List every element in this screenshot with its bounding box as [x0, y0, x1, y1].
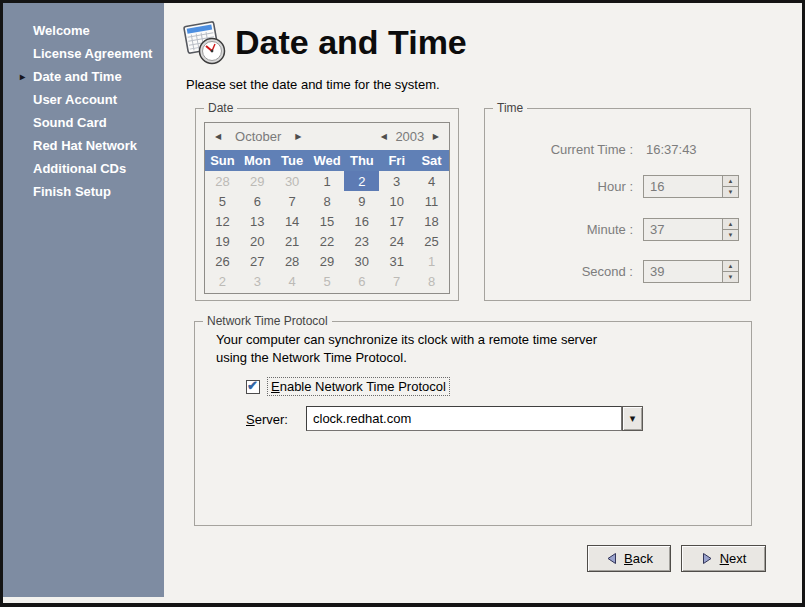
calendar-day[interactable]: 21: [275, 231, 310, 251]
calendar-day[interactable]: 17: [379, 211, 414, 231]
sidebar-item-license-agreement: License Agreement: [3, 42, 164, 65]
server-label: Server:: [246, 412, 288, 427]
calendar-day[interactable]: 23: [344, 231, 379, 251]
calendar-day[interactable]: 12: [205, 211, 240, 231]
month-next-icon[interactable]: ▶: [291, 132, 305, 141]
sidebar: Welcome License Agreement ▸Date and Time…: [3, 3, 164, 597]
day-header: Wed: [310, 150, 345, 171]
calendar-day[interactable]: 8: [414, 271, 449, 291]
calendar-day[interactable]: 26: [205, 251, 240, 271]
second-value[interactable]: 39: [644, 261, 722, 282]
ntp-group: Network Time Protocol Your computer can …: [194, 321, 752, 526]
calendar-day[interactable]: 3: [240, 271, 275, 291]
calendar-day-headers: Sun Mon Tue Wed Thu Fri Sat: [205, 150, 449, 171]
calendar-day[interactable]: 19: [205, 231, 240, 251]
next-button[interactable]: Next: [681, 545, 766, 572]
ntp-group-label: Network Time Protocol: [203, 314, 332, 328]
minute-spin-buttons: ▲ ▼: [722, 219, 738, 240]
sidebar-item-user-account: User Account: [3, 88, 164, 111]
calendar-day[interactable]: 7: [275, 191, 310, 211]
calendar-day[interactable]: 2: [205, 271, 240, 291]
sidebar-item-red-hat-network: Red Hat Network: [3, 134, 164, 157]
spin-up-icon[interactable]: ▲: [723, 176, 738, 187]
checkmark-icon: ✔: [247, 378, 258, 393]
sidebar-item-finish-setup: Finish Setup: [3, 180, 164, 203]
sidebar-item-label: License Agreement: [33, 46, 152, 61]
hour-spinner[interactable]: 16 ▲ ▼: [643, 175, 739, 198]
year-prev-icon[interactable]: ◀: [377, 132, 391, 141]
calendar-day[interactable]: 22: [310, 231, 345, 251]
calendar-day[interactable]: 11: [414, 191, 449, 211]
hour-value[interactable]: 16: [644, 176, 722, 197]
calendar-day[interactable]: 14: [275, 211, 310, 231]
sidebar-item-additional-cds: Additional CDs: [3, 157, 164, 180]
calendar-day[interactable]: 9: [344, 191, 379, 211]
calendar-day[interactable]: 5: [205, 191, 240, 211]
calendar-day[interactable]: 10: [379, 191, 414, 211]
spin-down-icon[interactable]: ▼: [723, 187, 738, 197]
ntp-enable-label[interactable]: Enable Network Time Protocol: [267, 377, 450, 396]
setup-wizard-window: Welcome License Agreement ▸Date and Time…: [0, 0, 805, 607]
calendar-day[interactable]: 4: [275, 271, 310, 291]
sidebar-item-sound-card: Sound Card: [3, 111, 164, 134]
calendar-nav: ◀ October ▶ ◀ 2003 ▶: [205, 123, 449, 150]
calendar-day[interactable]: 5: [310, 271, 345, 291]
back-button-label: Back: [624, 551, 653, 566]
calendar-day[interactable]: 29: [310, 251, 345, 271]
calendar-day[interactable]: 27: [240, 251, 275, 271]
calendar-day-selected[interactable]: 2: [344, 171, 379, 191]
server-dropdown-button[interactable]: ▾: [622, 406, 643, 431]
calendar-day[interactable]: 20: [240, 231, 275, 251]
calendar-day[interactable]: 18: [414, 211, 449, 231]
hour-label: Hour :: [485, 179, 633, 194]
sidebar-item-label: Finish Setup: [33, 184, 111, 199]
next-arrow-icon: [701, 552, 714, 565]
spin-up-icon[interactable]: ▲: [723, 219, 738, 230]
ntp-description-line2: using the Network Time Protocol.: [216, 350, 407, 365]
month-prev-icon[interactable]: ◀: [211, 132, 225, 141]
day-header: Sun: [205, 150, 240, 171]
calendar-year: 2003: [391, 129, 429, 144]
calendar-day[interactable]: 31: [379, 251, 414, 271]
sidebar-item-label: Additional CDs: [33, 161, 126, 176]
ntp-enable-checkbox[interactable]: ✔: [246, 380, 260, 394]
minute-value[interactable]: 37: [644, 219, 722, 240]
minute-label: Minute :: [485, 222, 633, 237]
next-button-label: Next: [720, 551, 747, 566]
calendar-day[interactable]: 6: [344, 271, 379, 291]
current-time-label: Current Time :: [485, 142, 633, 157]
back-arrow-icon: [605, 552, 618, 565]
calendar-day[interactable]: 3: [379, 171, 414, 191]
calendar-day[interactable]: 28: [275, 251, 310, 271]
time-group: Time Current Time : 16:37:43 Hour : 16 ▲…: [484, 108, 751, 301]
date-group: Date ◀ October ▶ ◀ 2003 ▶ Sun Mon Tue We…: [195, 108, 459, 301]
calendar-day[interactable]: 28: [205, 171, 240, 191]
calendar-day[interactable]: 25: [414, 231, 449, 251]
calendar-day[interactable]: 16: [344, 211, 379, 231]
calendar-day[interactable]: 1: [310, 171, 345, 191]
calendar-day[interactable]: 30: [344, 251, 379, 271]
calendar-day[interactable]: 15: [310, 211, 345, 231]
calendar-day[interactable]: 8: [310, 191, 345, 211]
second-spinner[interactable]: 39 ▲ ▼: [643, 260, 739, 283]
minute-spinner[interactable]: 37 ▲ ▼: [643, 218, 739, 241]
spin-down-icon[interactable]: ▼: [723, 272, 738, 282]
page-title: Date and Time: [235, 23, 467, 62]
back-button[interactable]: Back: [587, 545, 671, 572]
calendar-day[interactable]: 7: [379, 271, 414, 291]
active-step-marker-icon: ▸: [20, 65, 25, 88]
calendar-day[interactable]: 29: [240, 171, 275, 191]
spin-up-icon[interactable]: ▲: [723, 261, 738, 272]
calendar: ◀ October ▶ ◀ 2003 ▶ Sun Mon Tue Wed Thu…: [204, 122, 450, 294]
server-input[interactable]: clock.redhat.com: [306, 406, 622, 431]
year-next-icon[interactable]: ▶: [429, 132, 443, 141]
calendar-day[interactable]: 1: [414, 251, 449, 271]
calendar-day[interactable]: 4: [414, 171, 449, 191]
calendar-day[interactable]: 30: [275, 171, 310, 191]
calendar-day[interactable]: 24: [379, 231, 414, 251]
spin-down-icon[interactable]: ▼: [723, 230, 738, 240]
calendar-day[interactable]: 13: [240, 211, 275, 231]
window-content: Welcome License Agreement ▸Date and Time…: [3, 3, 802, 603]
second-label: Second :: [485, 264, 633, 279]
calendar-day[interactable]: 6: [240, 191, 275, 211]
